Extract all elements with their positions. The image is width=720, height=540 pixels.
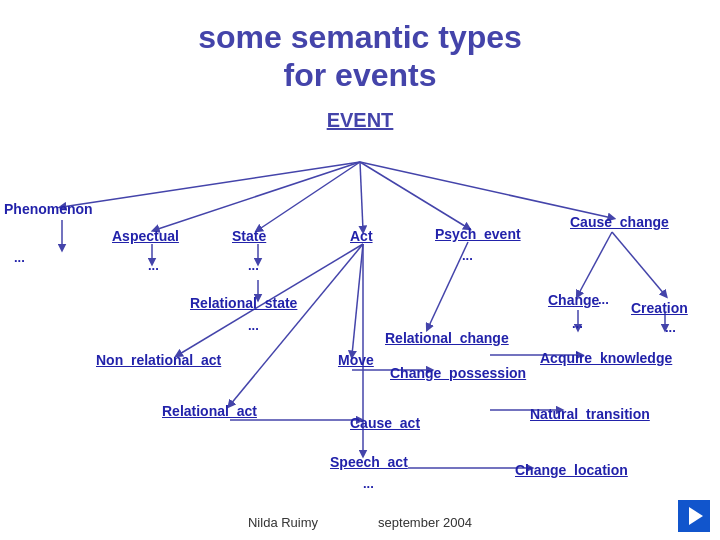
svg-line-1 — [155, 162, 360, 230]
move-node: Move — [338, 352, 374, 368]
relational-state-dots: ... — [248, 318, 259, 333]
play-button[interactable] — [678, 500, 710, 532]
phenomenon-dots: ... — [14, 250, 25, 265]
date-label: september 2004 — [378, 515, 472, 530]
change-dots1: ... — [598, 292, 609, 307]
cause-change-node: Cause_change — [570, 214, 669, 230]
title-line1: some semantic types — [0, 18, 720, 56]
psych-event-dots: ... — [462, 248, 473, 263]
non-relational-act-node: Non_relational_act — [96, 352, 221, 368]
svg-line-2 — [258, 162, 360, 230]
aspectual-dots: ... — [148, 258, 159, 273]
aspectual-node: Aspectual — [112, 228, 179, 244]
change-location-node: Change_location — [515, 462, 628, 478]
relational-change-node: Relational_change — [385, 330, 509, 346]
change-possession-node: Change_possession — [390, 365, 526, 381]
svg-line-0 — [62, 162, 360, 207]
change-dots2: ... — [572, 316, 583, 331]
creation-node: Creation — [631, 300, 688, 316]
svg-line-3 — [360, 162, 363, 230]
cause-act-node: Cause_act — [350, 415, 420, 431]
page-title: some semantic types for events — [0, 0, 720, 95]
phenomenon-node: Phenomenon — [4, 201, 93, 217]
svg-line-4 — [360, 162, 468, 228]
svg-line-10 — [578, 232, 612, 295]
state-node: State — [232, 228, 266, 244]
act-node: Act — [350, 228, 373, 244]
relational-act-node: Relational_act — [162, 403, 257, 419]
acquire-knowledge-node: Acquire_knowledge — [540, 350, 672, 366]
svg-line-17 — [352, 244, 363, 355]
change-node: Change — [548, 292, 599, 308]
svg-line-11 — [612, 232, 665, 295]
event-node: EVENT — [0, 109, 720, 132]
state-dots: ... — [248, 258, 259, 273]
psych-event-node: Psych_event — [435, 226, 521, 242]
speech-act-node: Speech_act — [330, 454, 408, 470]
creation-dots: ... — [665, 320, 676, 335]
speech-act-dots: ... — [363, 476, 374, 491]
svg-line-5 — [360, 162, 612, 218]
natural-transition-node: Natural_transition — [530, 406, 650, 422]
footer: Nilda Ruimy september 2004 — [0, 515, 720, 530]
relational-state-node: Relational_state — [190, 295, 297, 311]
title-line2: for events — [0, 56, 720, 94]
author-label: Nilda Ruimy — [248, 515, 318, 530]
